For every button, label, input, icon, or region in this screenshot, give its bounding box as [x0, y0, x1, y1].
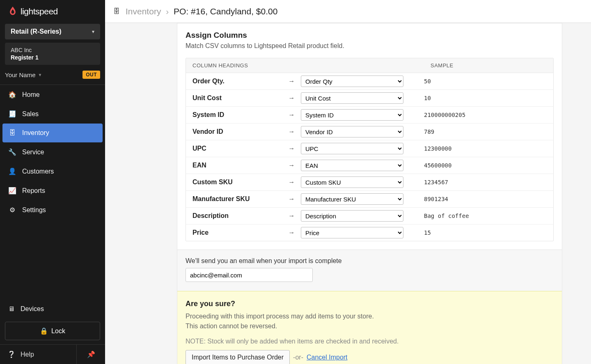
column-heading: UPC [186, 142, 282, 155]
mapping-row: UPC→UPC12300000 [186, 140, 553, 157]
confirm-section: Are you sure? Proceeding with this impor… [177, 291, 562, 364]
nav-devices[interactable]: 🖥Devices [0, 300, 105, 318]
field-select[interactable]: Description [301, 210, 403, 222]
wrench-icon: 🔧 [8, 148, 16, 156]
confirm-line1: Proceeding with this import process may … [186, 311, 554, 321]
sample-value: Bag of coffee [408, 210, 553, 222]
breadcrumb-title: PO: #16, Candyland, $0.00 [174, 7, 277, 16]
section-title: Assign Columns [186, 31, 554, 40]
column-heading: Custom SKU [186, 176, 282, 188]
mapping-row: EAN→EAN45600000 [186, 157, 553, 174]
pin-button[interactable]: 📌 [76, 345, 105, 364]
nav-reports[interactable]: 📈Reports [0, 181, 105, 200]
field-select[interactable]: UPC [301, 143, 403, 154]
bottom-bar: ❔Help 📌 [0, 344, 105, 364]
sample-value: 789 [408, 126, 553, 137]
breadcrumb-sep: › [166, 7, 169, 16]
arrow-icon: → [282, 162, 301, 169]
email-input[interactable] [186, 268, 313, 282]
mapping-row: Description→DescriptionBag of coffee [186, 208, 553, 224]
import-button[interactable]: Import Items to Purchase Order [186, 350, 290, 364]
lock-button[interactable]: 🔒Lock [5, 322, 100, 340]
field-select[interactable]: Manufacturer SKU [301, 193, 403, 205]
monitor-icon: 🖥 [8, 305, 15, 313]
main: 🗄 Inventory › PO: #16, Candyland, $0.00 … [105, 0, 591, 364]
mapping-row: Price→Price15 [186, 224, 553, 241]
confirm-actions: Import Items to Purchase Order -or- Canc… [186, 350, 554, 364]
arrow-icon: → [282, 78, 301, 85]
field-select[interactable]: Order Qty [301, 76, 403, 87]
cancel-import-link[interactable]: Cancel Import [307, 354, 348, 361]
sample-value: 12300000 [408, 143, 553, 154]
inventory-icon: 🗄 [113, 8, 120, 15]
arrow-icon: → [282, 195, 301, 203]
column-heading: Price [186, 227, 282, 239]
arrow-icon: → [282, 111, 301, 119]
confirm-note: NOTE: Stock will only be added when item… [186, 338, 554, 345]
brand-name: lightspeed [21, 7, 58, 16]
sample-value: 10 [408, 92, 553, 104]
section-subtitle: Match CSV columns to Lightspeed Retail p… [186, 42, 554, 50]
nav-service[interactable]: 🔧Service [0, 142, 105, 162]
header-sample: SAMPLE [424, 58, 553, 73]
mapping-row: Manufacturer SKU→Manufacturer SKU8901234 [186, 191, 553, 208]
nav-sales[interactable]: 🧾Sales [0, 104, 105, 124]
nav-label: Reports [22, 187, 45, 195]
field-select[interactable]: Unit Cost [301, 92, 403, 104]
column-heading: EAN [186, 159, 282, 172]
import-panel: Assign Columns Match CSV columns to Ligh… [177, 23, 562, 364]
home-icon: 🏠 [8, 91, 16, 98]
topbar: 🗄 Inventory › PO: #16, Candyland, $0.00 [105, 0, 591, 23]
nav-home[interactable]: 🏠Home [0, 85, 105, 104]
sample-value: 8901234 [408, 193, 553, 205]
field-select[interactable]: Price [301, 227, 403, 238]
help-label: Help [21, 351, 34, 358]
help-button[interactable]: ❔Help [0, 345, 76, 364]
flame-icon [8, 7, 17, 16]
product-selector-label: Retail (R-Series) [11, 28, 62, 35]
nav-label: Service [22, 149, 44, 156]
help-icon: ❔ [7, 350, 16, 358]
nav-settings[interactable]: ⚙Settings [0, 200, 105, 220]
user-name-label: Your Name [5, 71, 36, 78]
column-heading: System ID [186, 109, 282, 121]
nav-label: Inventory [22, 129, 49, 137]
inventory-icon: 🗄 [8, 129, 16, 137]
nav-label: Devices [21, 305, 44, 313]
confirm-warning: Proceeding with this import process may … [186, 311, 554, 331]
user-menu[interactable]: Your Name ▼ [5, 71, 42, 78]
clock-out-badge[interactable]: OUT [82, 71, 100, 79]
product-selector[interactable]: Retail (R-Series) ▾ [5, 24, 100, 39]
field-select[interactable]: Vendor ID [301, 126, 403, 137]
nav-label: Sales [22, 110, 39, 118]
gear-icon: ⚙ [8, 206, 16, 214]
nav: 🏠Home 🧾Sales 🗄Inventory 🔧Service 👤Custom… [0, 85, 105, 364]
field-select[interactable]: EAN [301, 160, 403, 171]
company-name: ABC Inc [11, 47, 94, 53]
mapping-row: System ID→System ID210000000205 [186, 107, 553, 124]
caret-down-icon: ▼ [38, 73, 42, 77]
arrow-icon: → [282, 94, 301, 102]
nav-customers[interactable]: 👤Customers [0, 162, 105, 181]
arrow-icon: → [282, 145, 301, 152]
lock-icon: 🔒 [40, 327, 48, 335]
or-text: -or- [293, 354, 303, 361]
breadcrumb-section[interactable]: Inventory [126, 7, 161, 16]
sample-value: 210000000205 [408, 109, 553, 121]
header-column-headings: COLUMN HEADINGS [186, 58, 424, 73]
mapping-row: Custom SKU→Custom SKU1234567 [186, 174, 553, 191]
mapping-row: Unit Cost→Unit Cost10 [186, 90, 553, 107]
breadcrumb: Inventory › PO: #16, Candyland, $0.00 [126, 7, 277, 16]
chevron-down-icon: ▾ [92, 29, 94, 34]
column-heading: Vendor ID [186, 126, 282, 138]
column-heading: Unit Cost [186, 92, 282, 104]
logo: lightspeed [0, 0, 105, 21]
sample-value: 1234567 [408, 176, 553, 188]
column-heading: Order Qty. [186, 75, 282, 87]
field-select[interactable]: Custom SKU [301, 176, 403, 188]
nav-inventory[interactable]: 🗄Inventory [2, 124, 103, 142]
field-select[interactable]: System ID [301, 109, 403, 121]
pin-icon: 📌 [87, 350, 95, 358]
arrow-icon: → [282, 212, 301, 220]
store-box[interactable]: ABC Inc Register 1 [5, 43, 100, 65]
